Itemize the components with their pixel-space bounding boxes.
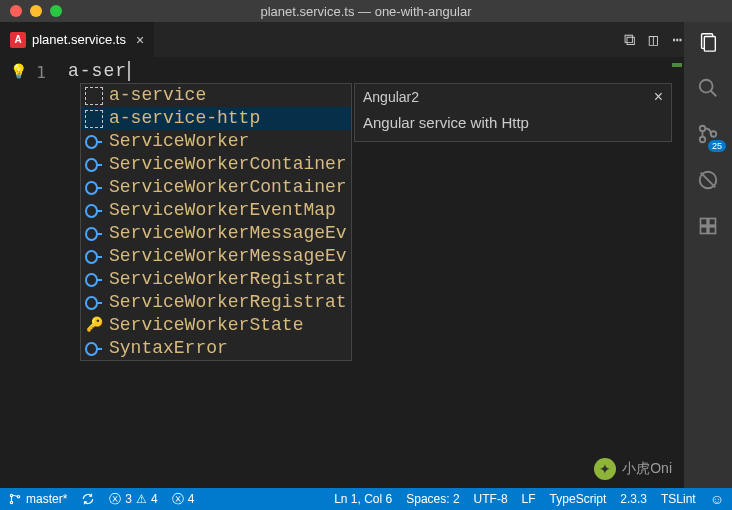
key-icon: 🔑 [85, 317, 103, 335]
explorer-icon[interactable] [696, 30, 720, 54]
snippet-icon [85, 87, 103, 105]
code-text: a-ser [68, 61, 127, 81]
lightbulb-icon[interactable]: 💡 [0, 57, 27, 82]
text-cursor [128, 61, 130, 81]
status-ts-version[interactable]: 2.3.3 [620, 492, 647, 506]
intellisense-details-widget: Angular2 × Angular service with Http [354, 83, 672, 142]
suggestion-label: ServiceWorkerContainer [109, 153, 347, 176]
svg-rect-9 [701, 219, 708, 226]
status-tslint[interactable]: TSLint [661, 492, 696, 506]
tab-close-icon[interactable]: × [136, 32, 144, 48]
suggestion-label: a-service [109, 84, 206, 107]
split-editor-icon[interactable]: ◫ [649, 30, 659, 49]
wechat-icon: ✦ [594, 458, 616, 480]
suggestion-label: ServiceWorkerContainerEv [109, 176, 347, 199]
suggestion-item[interactable]: 🔑ServiceWorkerState [81, 314, 351, 337]
circ-icon [85, 340, 103, 358]
debug-icon[interactable] [696, 168, 720, 192]
circ-icon [85, 271, 103, 289]
status-language[interactable]: TypeScript [550, 492, 607, 506]
window-controls [0, 5, 62, 17]
circ-icon [85, 179, 103, 197]
suggestion-label: SyntaxError [109, 337, 228, 360]
suggestion-item[interactable]: ServiceWorkerContainer [81, 153, 351, 176]
suggestion-label: a-service-http [109, 107, 260, 130]
status-cursor-position[interactable]: Ln 1, Col 6 [334, 492, 392, 506]
svg-rect-11 [701, 227, 708, 234]
tab-actions: ⧉ ◫ ⋯ [624, 22, 682, 57]
maximize-window-button[interactable] [50, 5, 62, 17]
svg-point-2 [700, 80, 713, 93]
ruler-mark [672, 63, 682, 67]
activity-bar: 25 [684, 22, 732, 488]
svg-point-4 [700, 126, 706, 132]
error-icon: ⓧ [172, 491, 184, 508]
code-line[interactable]: a-ser [68, 61, 130, 81]
feedback-icon[interactable]: ☺ [710, 491, 724, 507]
error-icon: ⓧ [109, 491, 121, 508]
svg-rect-1 [704, 37, 715, 52]
scm-badge: 25 [708, 140, 726, 152]
svg-point-14 [10, 501, 12, 503]
svg-point-15 [17, 496, 19, 498]
tab-bar: A planet.service.ts × ⧉ ◫ ⋯ [0, 22, 732, 57]
overview-ruler[interactable] [670, 57, 684, 488]
suggestion-label: ServiceWorkerMessageEven [109, 245, 347, 268]
svg-point-5 [700, 137, 706, 143]
svg-line-3 [711, 91, 717, 97]
more-actions-icon[interactable]: ⋯ [672, 30, 682, 49]
status-encoding[interactable]: UTF-8 [474, 492, 508, 506]
details-title: Angular2 [363, 89, 419, 105]
suggestion-item[interactable]: ServiceWorkerMessageEven [81, 222, 351, 245]
tab-filename: planet.service.ts [32, 32, 126, 47]
minimize-window-button[interactable] [30, 5, 42, 17]
details-body: Angular service with Http [355, 110, 671, 141]
suggestion-item[interactable]: ServiceWorkerEventMap [81, 199, 351, 222]
suggestion-label: ServiceWorkerState [109, 314, 303, 337]
window-title: planet.service.ts — one-with-angular [261, 4, 472, 19]
angular-file-icon: A [10, 32, 26, 48]
editor-gutter: 💡 1 [0, 57, 60, 82]
snippet-icon [85, 110, 103, 128]
suggestion-item[interactable]: ServiceWorkerRegistratio [81, 268, 351, 291]
watermark: ✦ 小虎Oni [594, 458, 672, 480]
extensions-icon[interactable] [696, 214, 720, 238]
suggestion-item[interactable]: ServiceWorkerRegistratio [81, 291, 351, 314]
suggestion-label: ServiceWorkerRegistratio [109, 268, 347, 291]
suggestion-item[interactable]: ServiceWorkerMessageEven [81, 245, 351, 268]
status-errors[interactable]: ⓧ3 ⚠4 [109, 491, 157, 508]
intellisense-suggest-widget[interactable]: a-servicea-service-httpServiceWorkerServ… [80, 83, 352, 361]
suggestion-label: ServiceWorkerRegistratio [109, 291, 347, 314]
circ-icon [85, 225, 103, 243]
window-titlebar: planet.service.ts — one-with-angular [0, 0, 732, 22]
svg-point-13 [10, 494, 12, 496]
circ-icon [85, 133, 103, 151]
circ-icon [85, 202, 103, 220]
circ-icon [85, 156, 103, 174]
details-close-icon[interactable]: × [654, 88, 663, 106]
suggestion-label: ServiceWorkerMessageEven [109, 222, 347, 245]
status-indentation[interactable]: Spaces: 2 [406, 492, 459, 506]
source-control-icon[interactable]: 25 [696, 122, 720, 146]
svg-rect-10 [709, 219, 716, 226]
search-icon[interactable] [696, 76, 720, 100]
suggestion-item[interactable]: a-service-http [81, 107, 351, 130]
status-branch[interactable]: master* [8, 492, 67, 506]
svg-line-8 [701, 173, 716, 188]
close-window-button[interactable] [10, 5, 22, 17]
status-sync[interactable] [81, 492, 95, 506]
status-eol[interactable]: LF [522, 492, 536, 506]
status-errors2[interactable]: ⓧ4 [172, 491, 195, 508]
warning-icon: ⚠ [136, 492, 147, 506]
suggestion-label: ServiceWorkerEventMap [109, 199, 336, 222]
suggestion-item[interactable]: SyntaxError [81, 337, 351, 360]
suggestion-item[interactable]: ServiceWorker [81, 130, 351, 153]
editor-area[interactable]: 💡 1 a-ser a-servicea-service-httpService… [0, 57, 684, 488]
status-bar: master* ⓧ3 ⚠4 ⓧ4 Ln 1, Col 6 Spaces: 2 U… [0, 488, 732, 510]
suggestion-item[interactable]: a-service [81, 84, 351, 107]
suggestion-item[interactable]: ServiceWorkerContainerEv [81, 176, 351, 199]
compare-changes-icon[interactable]: ⧉ [624, 30, 635, 49]
svg-rect-12 [709, 227, 716, 234]
tab-active[interactable]: A planet.service.ts × [0, 22, 155, 57]
suggestion-label: ServiceWorker [109, 130, 249, 153]
